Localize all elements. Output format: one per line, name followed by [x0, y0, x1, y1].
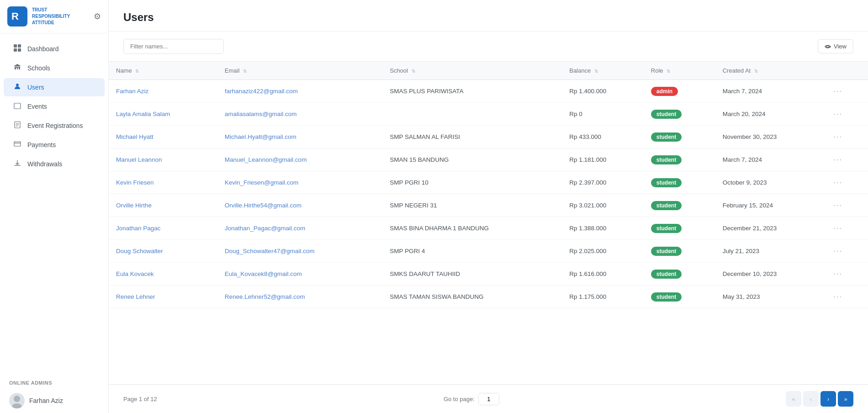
sidebar-item-schools[interactable]: Schools [4, 59, 105, 77]
sidebar-item-event-registrations[interactable]: Event Registrations [4, 116, 105, 135]
row-actions-button[interactable]: ··· [831, 86, 845, 96]
col-name[interactable]: Name ⇅ [109, 62, 217, 80]
role-badge: student [651, 270, 682, 279]
table-row: Jonathan Pagac Jonathan_Pagac@gmail.com … [109, 217, 868, 240]
cell-email: Jonathan_Pagac@gmail.com [217, 217, 382, 240]
cell-actions: ··· [824, 263, 868, 286]
filter-input[interactable] [123, 39, 224, 54]
col-email[interactable]: Email ⇅ [217, 62, 382, 80]
sidebar-item-payments[interactable]: Payments [4, 136, 105, 154]
prev-page-button[interactable]: ‹ [803, 391, 819, 407]
page-info: Page 1 of 12 [123, 396, 157, 402]
svg-rect-3 [14, 48, 17, 52]
view-icon [825, 43, 831, 50]
cell-created-at: July 21, 2023 [715, 240, 824, 263]
next-page-button[interactable]: › [820, 391, 836, 407]
events-icon [13, 102, 22, 111]
cell-email: farhanaziz422@gmail.com [217, 80, 382, 103]
cell-role: student [644, 194, 715, 217]
svg-rect-1 [14, 44, 17, 48]
created-sort-icon: ⇅ [754, 69, 758, 74]
schools-label: Schools [27, 64, 50, 72]
row-actions-button[interactable]: ··· [831, 246, 845, 256]
sidebar-item-withdrawals[interactable]: Withdrawals [4, 155, 105, 173]
row-actions-button[interactable]: ··· [831, 178, 845, 187]
cell-created-at: May 31, 2023 [715, 286, 824, 308]
table-row: Kevin Friesen Kevin_Friesen@gmail.com SM… [109, 171, 868, 194]
goto-section: Go to page: [444, 393, 499, 405]
cell-actions: ··· [824, 194, 868, 217]
row-actions-button[interactable]: ··· [831, 201, 845, 210]
admin-item[interactable]: Farhan Aziz [0, 388, 108, 413]
role-badge: student [651, 292, 682, 302]
cell-balance: Rp 2.397.000 [562, 171, 644, 194]
admin-name: Farhan Aziz [29, 397, 63, 404]
pagination-buttons: « ‹ › » [786, 391, 853, 407]
view-button[interactable]: View [818, 39, 853, 53]
col-balance[interactable]: Balance ⇅ [562, 62, 644, 80]
cell-actions: ··· [824, 240, 868, 263]
page-title: Users [123, 11, 853, 24]
cell-balance: Rp 433.000 [562, 126, 644, 148]
cell-balance: Rp 1.616.000 [562, 263, 644, 286]
cell-created-at: February 15, 2024 [715, 194, 824, 217]
row-actions-button[interactable]: ··· [831, 223, 845, 233]
users-icon [13, 83, 22, 92]
users-table-container: Name ⇅ Email ⇅ School ⇅ Balance ⇅ [109, 62, 868, 384]
cell-actions: ··· [824, 171, 868, 194]
schools-icon [13, 64, 22, 73]
cell-name: Doug Schowalter [109, 240, 217, 263]
role-sort-icon: ⇅ [667, 69, 670, 74]
svg-point-10 [12, 403, 22, 408]
svg-rect-6 [14, 103, 21, 109]
last-page-button[interactable]: » [838, 391, 853, 407]
cell-created-at: March 20, 2024 [715, 103, 824, 126]
event-registrations-icon [13, 121, 22, 130]
table-row: Layla Amalia Salam amaliasalams@gmail.co… [109, 103, 868, 126]
sidebar-item-users[interactable]: Users [4, 78, 105, 96]
row-actions-button[interactable]: ··· [831, 109, 845, 119]
role-badge: admin [651, 87, 678, 96]
sidebar-logo: R TRUST RESPONSIBILITY ATTITUDE ⚙ [0, 0, 108, 33]
cell-school: SMAS BINA DHARMA 1 BANDUNG [382, 217, 562, 240]
cell-name: Layla Amalia Salam [109, 103, 217, 126]
withdrawals-label: Withdrawals [27, 160, 62, 168]
online-admins-label: Online Admins [0, 374, 108, 388]
cell-school: SMP NEGERI 31 [382, 194, 562, 217]
row-actions-button[interactable]: ··· [831, 155, 845, 164]
role-badge: student [651, 224, 682, 233]
sidebar-item-events[interactable]: Events [4, 97, 105, 116]
cell-name: Farhan Aziz [109, 80, 217, 103]
cell-email: Renee.Lehner52@gmail.com [217, 286, 382, 308]
col-role[interactable]: Role ⇅ [644, 62, 715, 80]
pagination-bar: Page 1 of 12 Go to page: « ‹ › » [109, 384, 868, 413]
cell-role: admin [644, 80, 715, 103]
col-school[interactable]: School ⇅ [382, 62, 562, 80]
cell-email: Eula_Kovacek8@gmail.com [217, 263, 382, 286]
cell-role: student [644, 103, 715, 126]
cell-name: Orville Hirthe [109, 194, 217, 217]
cell-balance: Rp 2.025.000 [562, 240, 644, 263]
svg-rect-8 [14, 142, 21, 146]
cell-actions: ··· [824, 80, 868, 103]
role-badge: student [651, 132, 682, 142]
settings-button[interactable]: ⚙ [94, 11, 101, 21]
cell-name: Renee Lehner [109, 286, 217, 308]
first-page-button[interactable]: « [786, 391, 801, 407]
table-row: Farhan Aziz farhanaziz422@gmail.com SMAS… [109, 80, 868, 103]
sidebar-item-dashboard[interactable]: Dashboard [4, 40, 105, 58]
cell-school: SMP PGRI 4 [382, 240, 562, 263]
role-badge: student [651, 155, 682, 164]
row-actions-button[interactable]: ··· [831, 292, 845, 302]
role-badge: student [651, 110, 682, 119]
email-sort-icon: ⇅ [243, 69, 247, 74]
svg-point-9 [14, 396, 20, 402]
row-actions-button[interactable]: ··· [831, 269, 845, 279]
col-created-at[interactable]: Created At ⇅ [715, 62, 824, 80]
cell-balance: Rp 1.400.000 [562, 80, 644, 103]
cell-actions: ··· [824, 103, 868, 126]
goto-input[interactable] [478, 393, 499, 405]
name-sort-icon: ⇅ [135, 69, 139, 74]
sidebar-nav: Dashboard Schools Users Events Event Reg… [0, 33, 108, 374]
row-actions-button[interactable]: ··· [831, 132, 845, 142]
